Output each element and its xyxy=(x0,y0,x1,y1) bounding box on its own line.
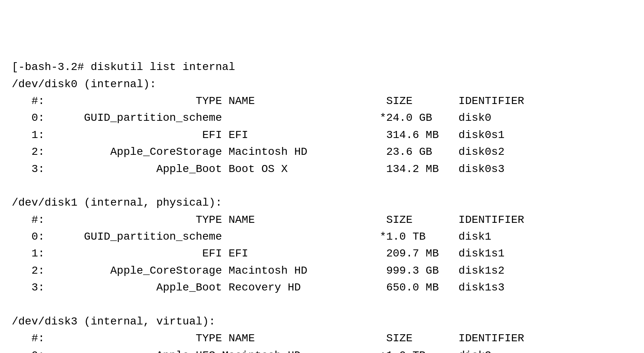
terminal-window: [-bash-3.2# diskutil list internal /dev/… xyxy=(0,0,644,353)
disk0-row0: 0: GUID_partition_scheme *24.0 GB disk0 xyxy=(12,112,492,124)
disk1-header: /dev/disk1 (internal, physical): xyxy=(12,197,222,209)
disk0-cols: #: TYPE NAME SIZE IDENTIFIER xyxy=(12,95,524,107)
disk1-row2: 2: Apple_CoreStorage Macintosh HD 999.3 … xyxy=(12,265,504,277)
prompt-line: [-bash-3.2# diskutil list internal xyxy=(12,61,235,73)
disk0-row1: 1: EFI EFI 314.6 MB disk0s1 xyxy=(12,129,504,141)
disk1-row3: 3: Apple_Boot Recovery HD 650.0 MB disk1… xyxy=(12,281,504,294)
disk3-header: /dev/disk3 (internal, virtual): xyxy=(12,315,215,328)
disk1-row0: 0: GUID_partition_scheme *1.0 TB disk1 xyxy=(12,231,492,243)
terminal-content: [-bash-3.2# diskutil list internal /dev/… xyxy=(12,42,632,353)
disk1-row1: 1: EFI EFI 209.7 MB disk1s1 xyxy=(12,247,504,260)
disk3-row0: 0: Apple_HFS Macintosh HD +1.0 TB disk3 xyxy=(12,349,492,353)
disk0-header: /dev/disk0 (internal): xyxy=(12,78,156,90)
disk1-cols: #: TYPE NAME SIZE IDENTIFIER xyxy=(12,214,524,226)
disk0-row3: 3: Apple_Boot Boot OS X 134.2 MB disk0s3 xyxy=(12,163,504,175)
disk0-row2: 2: Apple_CoreStorage Macintosh HD 23.6 G… xyxy=(12,146,504,158)
disk3-cols: #: TYPE NAME SIZE IDENTIFIER xyxy=(12,332,524,344)
